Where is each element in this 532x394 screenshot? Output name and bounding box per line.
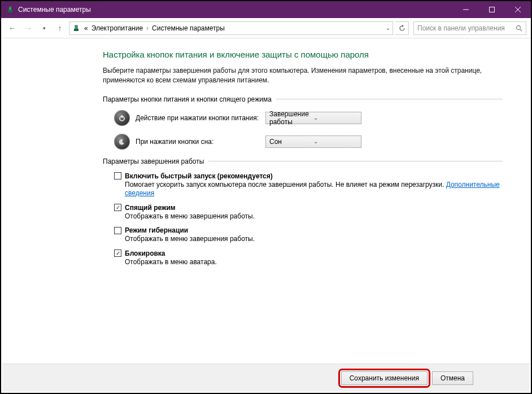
breadcrumb-system-settings[interactable]: Системные параметры	[152, 24, 225, 32]
sleep-title: Спящий режим	[125, 204, 176, 212]
section-header-shutdown-label: Параметры завершения работы	[103, 157, 204, 165]
svg-point-6	[517, 25, 521, 29]
lock-title: Блокировка	[125, 249, 165, 257]
search-placeholder: Поиск в панели управления	[417, 24, 516, 32]
hibernate-desc: Отображать в меню завершения работы.	[125, 235, 503, 244]
breadcrumb-power[interactable]: Электропитание	[91, 24, 143, 32]
recent-dropdown[interactable]: ▾	[37, 21, 51, 35]
content-area: Настройка кнопок питания и включение защ…	[1, 38, 531, 284]
lock-option: Блокировка Отображать в меню аватара.	[114, 249, 503, 267]
save-button[interactable]: Сохранить изменения	[341, 371, 428, 385]
moon-icon	[114, 134, 130, 150]
power-button-value: Завершение работы	[269, 110, 313, 126]
chevron-down-icon: ⌄	[313, 138, 357, 145]
page-title: Настройка кнопок питания и включение защ…	[103, 50, 503, 59]
section-header-buttons-label: Параметры кнопки питания и кнопки спящег…	[103, 95, 272, 103]
address-bar[interactable]: « Электропитание › Системные параметры ⌄	[69, 21, 393, 35]
app-icon	[6, 5, 15, 14]
footer-bar: Сохранить изменения Отмена	[2, 364, 530, 392]
sleep-button-row: При нажатии кнопки сна: Сон ⌄	[103, 134, 503, 150]
forward-button[interactable]: →	[21, 21, 35, 35]
maximize-button[interactable]	[479, 1, 505, 18]
titlebar: Системные параметры	[1, 1, 531, 18]
up-button[interactable]: ↑	[53, 21, 67, 35]
section-header-shutdown: Параметры завершения работы	[103, 157, 503, 165]
back-button[interactable]: ←	[6, 21, 19, 35]
sleep-button-value: Сон	[269, 138, 313, 146]
lock-desc: Отображать в меню аватара.	[125, 258, 503, 267]
chevron-down-icon: ⌄	[313, 115, 357, 121]
svg-line-7	[520, 29, 522, 31]
sleep-button-select[interactable]: Сон ⌄	[265, 135, 361, 148]
breadcrumb-prefix: «	[84, 24, 88, 32]
close-button[interactable]	[505, 1, 531, 18]
svg-rect-2	[490, 7, 495, 12]
page-intro: Выберите параметры завершения работы для…	[103, 66, 503, 85]
svg-rect-0	[9, 7, 11, 10]
power-button-row: Действие при нажатии кнопки питания: Зав…	[103, 110, 503, 126]
sleep-option: Спящий режим Отображать в меню завершени…	[114, 204, 503, 221]
power-button-label: Действие при нажатии кнопки питания:	[136, 114, 265, 122]
location-icon	[72, 24, 81, 33]
refresh-button[interactable]	[395, 21, 409, 35]
fast-startup-title: Включить быстрый запуск (рекомендуется)	[125, 172, 273, 180]
power-button-select[interactable]: Завершение работы ⌄	[265, 112, 361, 124]
nav-toolbar: ← → ▾ ↑ « Электропитание › Системные пар…	[1, 18, 531, 38]
address-dropdown-icon[interactable]: ⌄	[386, 25, 390, 31]
sleep-checkbox[interactable]	[114, 204, 121, 211]
fast-startup-checkbox[interactable]	[114, 172, 121, 180]
svg-rect-5	[75, 25, 77, 29]
section-header-buttons: Параметры кнопки питания и кнопки спящег…	[103, 95, 503, 103]
window-title: Системные параметры	[18, 6, 453, 14]
hibernate-checkbox[interactable]	[114, 227, 121, 234]
fast-startup-option: Включить быстрый запуск (рекомендуется) …	[114, 172, 503, 198]
minimize-button[interactable]	[453, 1, 479, 18]
hibernate-option: Режим гибернации Отображать в меню завер…	[114, 226, 503, 244]
search-input[interactable]: Поиск в панели управления	[413, 21, 526, 35]
search-icon	[516, 25, 522, 32]
cancel-button[interactable]: Отмена	[432, 371, 473, 385]
fast-startup-desc: Помогает ускорить запуск компьютера посл…	[125, 181, 503, 198]
power-icon	[114, 110, 130, 126]
hibernate-title: Режим гибернации	[125, 226, 188, 234]
sleep-desc: Отображать в меню завершения работы.	[125, 212, 503, 221]
lock-checkbox[interactable]	[114, 249, 121, 257]
chevron-right-icon: ›	[146, 24, 149, 32]
sleep-button-label: При нажатии кнопки сна:	[136, 138, 265, 146]
